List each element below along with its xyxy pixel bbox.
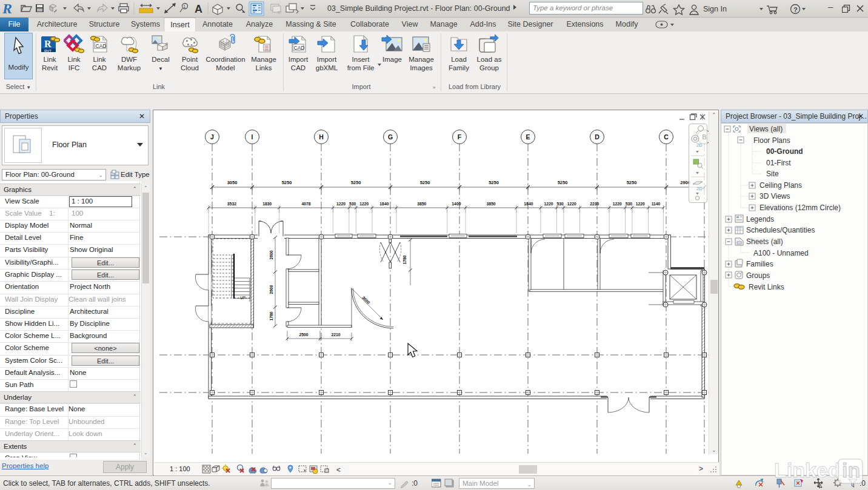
svg-text:x: x — [278, 9, 281, 15]
svg-text:5250: 5250 — [282, 180, 292, 185]
svg-text:3532: 3532 — [227, 202, 236, 206]
svg-text:Revit Links: Revit Links — [749, 283, 784, 291]
svg-text:Sign In: Sign In — [703, 5, 727, 13]
svg-text:3050: 3050 — [227, 180, 238, 185]
svg-text:5250: 5250 — [489, 180, 499, 185]
svg-text:F: F — [458, 133, 462, 141]
svg-text:1830: 1830 — [262, 202, 272, 206]
svg-text:RVT: RVT — [44, 49, 52, 53]
svg-text:A100 - Unnamed: A100 - Unnamed — [753, 249, 809, 257]
svg-text:3850: 3850 — [417, 202, 426, 206]
svg-text:Schedules/Quantities: Schedules/Quantities — [746, 226, 815, 234]
svg-text:2600: 2600 — [269, 250, 273, 259]
svg-text:G: G — [388, 133, 393, 141]
svg-text:I: I — [252, 133, 253, 141]
svg-text:1: 1 — [183, 4, 186, 9]
svg-text:1840: 1840 — [379, 202, 389, 206]
svg-text:1840: 1840 — [524, 202, 533, 206]
svg-text:Floor Plans: Floor Plans — [753, 136, 790, 145]
svg-text:5250: 5250 — [420, 180, 430, 185]
svg-text:Ceiling Plans: Ceiling Plans — [760, 181, 802, 190]
svg-text:530: 530 — [626, 202, 633, 206]
svg-text:Legends: Legends — [746, 215, 774, 223]
svg-text:530: 530 — [349, 202, 356, 206]
svg-text:CAD: CAD — [96, 43, 107, 49]
svg-text:J: J — [210, 133, 214, 141]
svg-text:5250: 5250 — [627, 180, 637, 185]
svg-text:3000: 3000 — [361, 295, 371, 305]
svg-text:Elevations (12mm Circle): Elevations (12mm Circle) — [760, 204, 841, 212]
svg-text:2210: 2210 — [331, 333, 340, 337]
svg-text:1220: 1220 — [613, 202, 622, 206]
svg-text:2D: 2D — [696, 186, 703, 191]
svg-text:UP: UP — [240, 296, 245, 300]
svg-text:1780: 1780 — [402, 255, 407, 264]
svg-text:R: R — [44, 39, 52, 49]
svg-text:1220: 1220 — [636, 202, 645, 206]
svg-text:CAD: CAD — [294, 45, 305, 51]
svg-text:Families: Families — [746, 260, 773, 268]
svg-text:1220: 1220 — [544, 202, 553, 206]
svg-text:A: A — [195, 3, 202, 15]
svg-text:E: E — [526, 133, 530, 141]
svg-text:3D Views: 3D Views — [760, 192, 790, 200]
svg-text:1220: 1220 — [567, 202, 576, 206]
svg-text:Site: Site — [766, 170, 779, 178]
svg-text:H: H — [319, 133, 324, 141]
svg-text:Views (all): Views (all) — [749, 125, 783, 133]
svg-text:Linked: Linked — [774, 459, 841, 482]
svg-text:in: in — [842, 459, 860, 482]
svg-text:R: R — [2, 1, 12, 16]
svg-text:00-Ground: 00-Ground — [766, 147, 803, 156]
svg-text:?: ? — [793, 6, 798, 13]
svg-text:C: C — [664, 133, 669, 141]
svg-text:1220: 1220 — [336, 202, 346, 206]
svg-text:2230: 2230 — [590, 202, 599, 206]
svg-text:1140: 1140 — [652, 202, 661, 206]
svg-text:Groups: Groups — [746, 271, 770, 280]
svg-text:2D: 2D — [696, 142, 703, 148]
svg-text:D: D — [595, 133, 599, 141]
svg-text:1780: 1780 — [269, 311, 273, 320]
svg-text:3850: 3850 — [486, 202, 495, 206]
svg-text:5250: 5250 — [558, 180, 568, 185]
svg-text:5250: 5250 — [351, 180, 361, 185]
svg-text:1220: 1220 — [359, 202, 369, 206]
svg-text:<: < — [336, 466, 341, 474]
svg-text:530: 530 — [557, 202, 564, 206]
svg-text:2500: 2500 — [299, 333, 308, 337]
svg-text:Sheets (all): Sheets (all) — [746, 237, 783, 246]
svg-text:01-First: 01-First — [766, 159, 791, 167]
svg-text:1400: 1400 — [452, 202, 461, 206]
svg-text:4078: 4078 — [301, 202, 310, 206]
svg-text:2600: 2600 — [269, 285, 273, 294]
